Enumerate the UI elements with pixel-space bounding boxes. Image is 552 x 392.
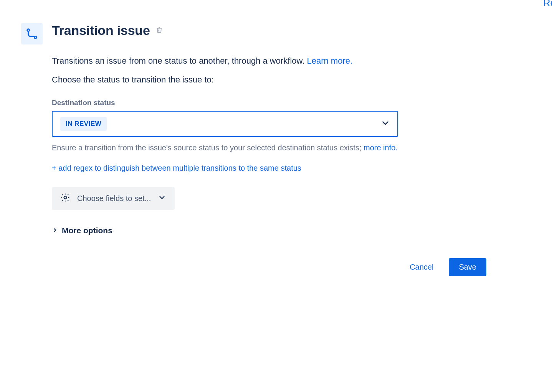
partial-text-top-right: Re [543,0,552,9]
helper-text-prefix: Ensure a transition from the issue's sou… [52,143,364,152]
destination-status-select[interactable]: IN REVIEW [52,111,398,137]
cancel-button[interactable]: Cancel [401,258,442,276]
transition-icon [21,23,43,44]
gear-icon [60,193,70,204]
destination-status-label: Destination status [52,99,493,107]
footer-actions: Cancel Save [21,258,493,276]
status-badge-in-review: IN REVIEW [60,117,107,131]
chevron-down-icon [380,118,390,130]
trash-icon [155,26,163,35]
delete-button[interactable] [154,25,165,36]
header: Transition issue [21,23,531,44]
svg-point-2 [64,196,67,199]
choose-fields-label: Choose fields to set... [77,194,151,203]
destination-helper-text: Ensure a transition from the issue's sou… [52,142,493,153]
description-text: Transitions an issue from one status to … [52,56,307,66]
page-title: Transition issue [52,23,150,38]
content-area: Transitions an issue from one status to … [52,55,493,235]
learn-more-link[interactable]: Learn more. [307,56,352,66]
add-regex-link[interactable]: + add regex to distinguish between multi… [52,164,301,173]
more-info-link[interactable]: more info. [364,143,398,152]
more-options-label: More options [62,226,112,235]
choose-status-label: Choose the status to transition the issu… [52,75,493,85]
choose-fields-button[interactable]: Choose fields to set... [52,187,175,210]
save-button[interactable]: Save [449,258,486,276]
description: Transitions an issue from one status to … [52,55,493,67]
chevron-down-icon [158,193,166,204]
chevron-right-icon [52,226,58,235]
more-options-toggle[interactable]: More options [52,226,112,235]
